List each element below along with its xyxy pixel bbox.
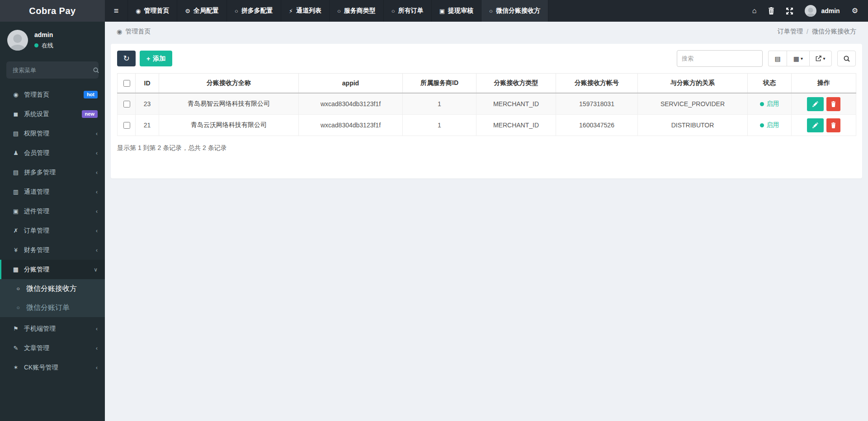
cell-account: 1600347526 — [556, 115, 638, 136]
nav-tab-label: 服务商类型 — [344, 7, 376, 15]
sidebar-item-mobile[interactable]: ⚑手机端管理‹ — [0, 319, 105, 338]
folder-icon: ◼ — [11, 111, 21, 117]
chevron-left-icon: ‹ — [96, 150, 98, 156]
nav-tab-pdd-config[interactable]: ○拼多多配置 — [227, 0, 281, 22]
menu-icon: ≡ — [114, 6, 119, 16]
online-label: 在线 — [42, 42, 53, 50]
nav-tab-provider-type[interactable]: ○服务商类型 — [330, 0, 384, 22]
sidebar-item-label: 财务管理 — [24, 246, 96, 254]
table-row: 23 青岛易智云网络科技有限公司 wxcad8304db3123f1f 1 ME… — [118, 93, 856, 115]
nav-tab-dashboard[interactable]: ◉管理首页 — [128, 0, 177, 22]
edit-button[interactable] — [807, 118, 824, 132]
export-button[interactable]: ▾ — [809, 51, 832, 66]
sidebar-search-input[interactable] — [12, 66, 93, 74]
topbar-username[interactable]: admin — [821, 7, 840, 14]
table-search-input[interactable] — [677, 50, 763, 67]
brand-logo: Cobra Pay — [0, 0, 105, 22]
sidebar: admin 在线 ◉管理首页hot ◼系统设置new ▤权限管理‹ ♟会员管理‹… — [0, 22, 105, 421]
row-checkbox[interactable] — [123, 122, 130, 129]
add-button[interactable]: +添加 — [140, 51, 172, 66]
dashboard-icon: ◉ — [136, 8, 141, 14]
chevron-left-icon: ‹ — [96, 169, 98, 176]
sidebar-item-finance[interactable]: ¥财务管理‹ — [0, 240, 105, 260]
sidebar-item-profit-sharing[interactable]: ▦分账管理∨ — [0, 260, 105, 279]
nav-tab-label: 所有订单 — [398, 7, 424, 15]
sidebar-item-label: 会员管理 — [24, 149, 96, 157]
sidebar-toggle-button[interactable]: ≡ — [105, 0, 128, 22]
chevron-down-icon: ∨ — [94, 267, 98, 273]
user-plus-icon: ♟ — [11, 150, 21, 156]
plus-icon: + — [146, 55, 150, 62]
trash-icon — [831, 122, 836, 128]
sidebar-item-system-settings[interactable]: ◼系统设置new — [0, 104, 105, 124]
sidebar-item-pdd[interactable]: ▤拼多多管理‹ — [0, 163, 105, 182]
nav-tab-withdraw-review[interactable]: ▣提现审核 — [432, 0, 481, 22]
columns-button[interactable]: ▦▾ — [787, 51, 809, 66]
home-icon[interactable]: ⌂ — [752, 7, 757, 14]
breadcrumb-home[interactable]: 管理首页 — [125, 28, 151, 36]
sidebar-item-members[interactable]: ♟会员管理‹ — [0, 143, 105, 163]
nav-tab-label: 拼多多配置 — [241, 7, 273, 15]
search-icon — [844, 56, 850, 62]
chevron-left-icon: ‹ — [96, 208, 98, 215]
sidebar-item-dashboard[interactable]: ◉管理首页hot — [0, 85, 105, 104]
delete-button[interactable] — [826, 97, 840, 111]
cell-actions — [792, 93, 856, 115]
chevron-left-icon: ‹ — [96, 326, 98, 332]
user-avatar[interactable] — [805, 5, 816, 17]
status-dot-icon — [760, 102, 764, 106]
nav-tab-channel-list[interactable]: ⚡通道列表 — [281, 0, 330, 22]
pencil-icon — [812, 122, 818, 128]
select-all-checkbox[interactable] — [123, 80, 130, 87]
delete-button[interactable] — [826, 118, 840, 132]
main-content: ◉ 管理首页 订单管理 / 微信分账接收方 ↻ +添加 ▤ ▦▾ ▾ — [105, 22, 868, 421]
dashboard-icon: ◉ — [11, 91, 21, 98]
cell-appid: wxcad8304db3123f1f — [299, 115, 403, 136]
breadcrumb-parent[interactable]: 订单管理 — [778, 28, 803, 36]
hot-badge: hot — [84, 91, 98, 98]
row-checkbox[interactable] — [123, 101, 130, 108]
sidebar-item-orders[interactable]: ✗订单管理‹ — [0, 221, 105, 240]
fulltext-search-button[interactable] — [837, 51, 856, 66]
gear-icon[interactable]: ⚙ — [852, 7, 858, 14]
status-label: 启用 — [767, 100, 779, 108]
sidebar-search-box — [6, 61, 99, 79]
pencil-icon: ✎ — [11, 345, 21, 351]
trash-icon[interactable] — [768, 7, 774, 14]
nav-tab-wechat-receivers[interactable]: ○微信分账接收方 — [481, 0, 548, 22]
toolbar-right: ▤ ▦▾ ▾ — [677, 50, 856, 67]
circle-icon: ○ — [392, 8, 395, 14]
refresh-button[interactable]: ↻ — [117, 51, 136, 66]
bug-icon: ✶ — [11, 364, 21, 371]
pencil-icon — [812, 101, 818, 107]
online-dot-icon — [34, 43, 38, 47]
sidebar-subitem-wechat-receivers[interactable]: ○微信分账接收方 — [0, 279, 105, 298]
list-icon: ▤ — [11, 130, 21, 137]
detail-view-button[interactable]: ▤ — [768, 51, 787, 66]
receivers-table: ID 分账接收方全称 appid 所属服务商ID 分账接收方类型 分账接收方帐号… — [117, 73, 856, 136]
chevron-left-icon: ‹ — [96, 189, 98, 195]
sidebar-item-label: 系统设置 — [24, 110, 82, 118]
nav-tab-all-orders[interactable]: ○所有订单 — [384, 0, 432, 22]
sidebar-item-permissions[interactable]: ▤权限管理‹ — [0, 124, 105, 143]
column-header-status: 状态 — [748, 74, 792, 94]
topbar-actions: ⌂ admin ⚙ — [752, 0, 868, 22]
nav-tab-global-config[interactable]: ⚙全局配置 — [177, 0, 227, 22]
fullscreen-icon[interactable] — [786, 8, 793, 14]
sidebar-subitem-wechat-orders[interactable]: ○微信分账订单 — [0, 298, 105, 317]
cell-actions — [792, 115, 856, 136]
sidebar-item-articles[interactable]: ✎文章管理‹ — [0, 338, 105, 358]
sidebar-user-panel: admin 在线 — [0, 22, 105, 57]
search-icon[interactable] — [93, 67, 99, 73]
sidebar-item-ck-accounts[interactable]: ✶CK账号管理‹ — [0, 358, 105, 377]
cell-appid: wxcad8304db3123f1f — [299, 93, 403, 115]
sidebar-item-onboarding[interactable]: ▣进件管理‹ — [0, 201, 105, 221]
journal-icon: ▦ — [11, 266, 21, 273]
breadcrumb-right: 订单管理 / 微信分账接收方 — [778, 28, 856, 36]
sidebar-menu: ◉管理首页hot ◼系统设置new ▤权限管理‹ ♟会员管理‹ ▤拼多多管理‹ … — [0, 85, 105, 279]
edit-button[interactable] — [807, 97, 824, 111]
sidebar-item-channels[interactable]: ▥通道管理‹ — [0, 182, 105, 201]
nav-tab-label: 通道列表 — [296, 7, 321, 15]
sidebar-item-label: 订单管理 — [24, 227, 96, 235]
sidebar-item-label: 手机端管理 — [24, 325, 96, 333]
